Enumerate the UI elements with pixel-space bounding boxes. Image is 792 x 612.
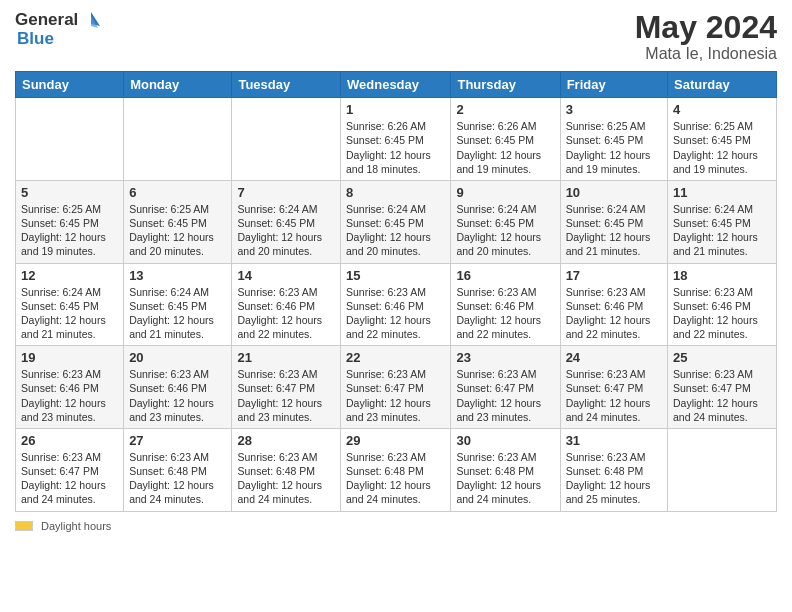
day-number: 21 [237, 350, 335, 365]
day-number: 19 [21, 350, 118, 365]
day-info: Sunrise: 6:23 AM Sunset: 6:46 PM Dayligh… [673, 285, 771, 342]
calendar-table: SundayMondayTuesdayWednesdayThursdayFrid… [15, 71, 777, 511]
day-number: 24 [566, 350, 662, 365]
month-year-title: May 2024 [635, 10, 777, 45]
calendar-week-row: 12Sunrise: 6:24 AM Sunset: 6:45 PM Dayli… [16, 263, 777, 346]
day-number: 9 [456, 185, 554, 200]
day-info: Sunrise: 6:24 AM Sunset: 6:45 PM Dayligh… [566, 202, 662, 259]
calendar-cell: 29Sunrise: 6:23 AM Sunset: 6:48 PM Dayli… [341, 428, 451, 511]
day-number: 14 [237, 268, 335, 283]
day-number: 7 [237, 185, 335, 200]
logo: General Blue [15, 10, 102, 49]
calendar-cell: 30Sunrise: 6:23 AM Sunset: 6:48 PM Dayli… [451, 428, 560, 511]
day-info: Sunrise: 6:25 AM Sunset: 6:45 PM Dayligh… [673, 119, 771, 176]
day-info: Sunrise: 6:25 AM Sunset: 6:45 PM Dayligh… [129, 202, 226, 259]
day-number: 28 [237, 433, 335, 448]
daylight-bar-icon [15, 521, 33, 531]
day-info: Sunrise: 6:23 AM Sunset: 6:46 PM Dayligh… [129, 367, 226, 424]
calendar-cell: 13Sunrise: 6:24 AM Sunset: 6:45 PM Dayli… [124, 263, 232, 346]
day-number: 29 [346, 433, 445, 448]
calendar-week-row: 5Sunrise: 6:25 AM Sunset: 6:45 PM Daylig… [16, 180, 777, 263]
day-info: Sunrise: 6:23 AM Sunset: 6:46 PM Dayligh… [346, 285, 445, 342]
day-number: 26 [21, 433, 118, 448]
calendar-cell: 10Sunrise: 6:24 AM Sunset: 6:45 PM Dayli… [560, 180, 667, 263]
day-number: 22 [346, 350, 445, 365]
day-info: Sunrise: 6:23 AM Sunset: 6:47 PM Dayligh… [456, 367, 554, 424]
day-number: 12 [21, 268, 118, 283]
calendar-cell: 6Sunrise: 6:25 AM Sunset: 6:45 PM Daylig… [124, 180, 232, 263]
day-number: 6 [129, 185, 226, 200]
logo-sail-icon [80, 10, 102, 30]
calendar-header-sunday: Sunday [16, 72, 124, 98]
day-number: 15 [346, 268, 445, 283]
calendar-header-row: SundayMondayTuesdayWednesdayThursdayFrid… [16, 72, 777, 98]
calendar-cell: 1Sunrise: 6:26 AM Sunset: 6:45 PM Daylig… [341, 98, 451, 181]
calendar-cell: 31Sunrise: 6:23 AM Sunset: 6:48 PM Dayli… [560, 428, 667, 511]
calendar-week-row: 26Sunrise: 6:23 AM Sunset: 6:47 PM Dayli… [16, 428, 777, 511]
day-number: 13 [129, 268, 226, 283]
day-info: Sunrise: 6:23 AM Sunset: 6:47 PM Dayligh… [566, 367, 662, 424]
day-info: Sunrise: 6:25 AM Sunset: 6:45 PM Dayligh… [566, 119, 662, 176]
calendar-cell: 8Sunrise: 6:24 AM Sunset: 6:45 PM Daylig… [341, 180, 451, 263]
day-info: Sunrise: 6:24 AM Sunset: 6:45 PM Dayligh… [237, 202, 335, 259]
day-info: Sunrise: 6:26 AM Sunset: 6:45 PM Dayligh… [346, 119, 445, 176]
day-info: Sunrise: 6:24 AM Sunset: 6:45 PM Dayligh… [129, 285, 226, 342]
day-number: 5 [21, 185, 118, 200]
calendar-cell: 2Sunrise: 6:26 AM Sunset: 6:45 PM Daylig… [451, 98, 560, 181]
calendar-cell: 3Sunrise: 6:25 AM Sunset: 6:45 PM Daylig… [560, 98, 667, 181]
day-info: Sunrise: 6:23 AM Sunset: 6:46 PM Dayligh… [21, 367, 118, 424]
day-info: Sunrise: 6:23 AM Sunset: 6:46 PM Dayligh… [456, 285, 554, 342]
calendar-week-row: 19Sunrise: 6:23 AM Sunset: 6:46 PM Dayli… [16, 346, 777, 429]
calendar-header-friday: Friday [560, 72, 667, 98]
day-number: 11 [673, 185, 771, 200]
day-info: Sunrise: 6:23 AM Sunset: 6:48 PM Dayligh… [346, 450, 445, 507]
header: General Blue May 2024 Mata Ie, Indonesia [15, 10, 777, 63]
calendar-cell: 17Sunrise: 6:23 AM Sunset: 6:46 PM Dayli… [560, 263, 667, 346]
calendar-cell: 28Sunrise: 6:23 AM Sunset: 6:48 PM Dayli… [232, 428, 341, 511]
calendar-header-saturday: Saturday [668, 72, 777, 98]
calendar-cell: 11Sunrise: 6:24 AM Sunset: 6:45 PM Dayli… [668, 180, 777, 263]
calendar-cell: 24Sunrise: 6:23 AM Sunset: 6:47 PM Dayli… [560, 346, 667, 429]
logo-blue: Blue [17, 30, 102, 49]
calendar-cell: 5Sunrise: 6:25 AM Sunset: 6:45 PM Daylig… [16, 180, 124, 263]
calendar-cell [16, 98, 124, 181]
calendar-cell: 19Sunrise: 6:23 AM Sunset: 6:46 PM Dayli… [16, 346, 124, 429]
day-info: Sunrise: 6:24 AM Sunset: 6:45 PM Dayligh… [456, 202, 554, 259]
calendar-header-thursday: Thursday [451, 72, 560, 98]
day-number: 1 [346, 102, 445, 117]
calendar-footer: Daylight hours [15, 520, 777, 532]
day-info: Sunrise: 6:23 AM Sunset: 6:46 PM Dayligh… [237, 285, 335, 342]
day-info: Sunrise: 6:23 AM Sunset: 6:48 PM Dayligh… [237, 450, 335, 507]
calendar-cell: 20Sunrise: 6:23 AM Sunset: 6:46 PM Dayli… [124, 346, 232, 429]
calendar-cell: 7Sunrise: 6:24 AM Sunset: 6:45 PM Daylig… [232, 180, 341, 263]
calendar-header-tuesday: Tuesday [232, 72, 341, 98]
day-number: 23 [456, 350, 554, 365]
day-info: Sunrise: 6:24 AM Sunset: 6:45 PM Dayligh… [346, 202, 445, 259]
day-number: 27 [129, 433, 226, 448]
day-info: Sunrise: 6:23 AM Sunset: 6:47 PM Dayligh… [346, 367, 445, 424]
calendar-week-row: 1Sunrise: 6:26 AM Sunset: 6:45 PM Daylig… [16, 98, 777, 181]
calendar-cell: 22Sunrise: 6:23 AM Sunset: 6:47 PM Dayli… [341, 346, 451, 429]
day-info: Sunrise: 6:23 AM Sunset: 6:47 PM Dayligh… [673, 367, 771, 424]
calendar-cell: 15Sunrise: 6:23 AM Sunset: 6:46 PM Dayli… [341, 263, 451, 346]
calendar-cell: 16Sunrise: 6:23 AM Sunset: 6:46 PM Dayli… [451, 263, 560, 346]
day-number: 31 [566, 433, 662, 448]
day-info: Sunrise: 6:23 AM Sunset: 6:48 PM Dayligh… [566, 450, 662, 507]
day-info: Sunrise: 6:23 AM Sunset: 6:46 PM Dayligh… [566, 285, 662, 342]
logo-general: General [15, 11, 78, 30]
calendar-cell: 4Sunrise: 6:25 AM Sunset: 6:45 PM Daylig… [668, 98, 777, 181]
location-subtitle: Mata Ie, Indonesia [635, 45, 777, 63]
day-number: 10 [566, 185, 662, 200]
calendar-header-monday: Monday [124, 72, 232, 98]
day-info: Sunrise: 6:23 AM Sunset: 6:47 PM Dayligh… [237, 367, 335, 424]
day-number: 2 [456, 102, 554, 117]
daylight-label: Daylight hours [41, 520, 111, 532]
logo-wordmark: General Blue [15, 10, 102, 49]
day-number: 8 [346, 185, 445, 200]
calendar-cell: 14Sunrise: 6:23 AM Sunset: 6:46 PM Dayli… [232, 263, 341, 346]
calendar-cell: 25Sunrise: 6:23 AM Sunset: 6:47 PM Dayli… [668, 346, 777, 429]
title-block: May 2024 Mata Ie, Indonesia [635, 10, 777, 63]
day-info: Sunrise: 6:23 AM Sunset: 6:47 PM Dayligh… [21, 450, 118, 507]
day-number: 16 [456, 268, 554, 283]
calendar-cell [668, 428, 777, 511]
